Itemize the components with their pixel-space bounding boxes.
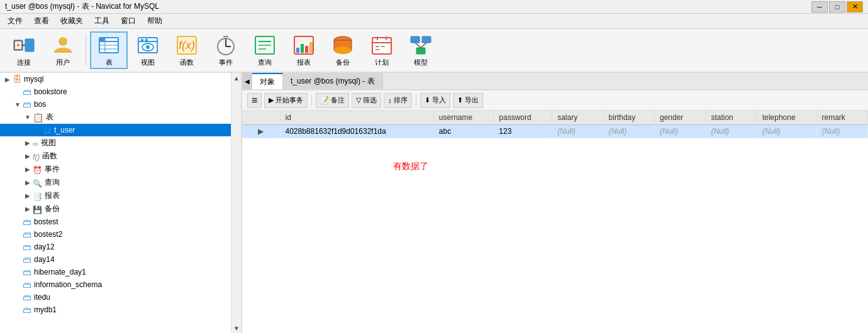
col-station[interactable]: station (706, 111, 757, 125)
obj-btn-export[interactable]: ⬆导出 (453, 93, 483, 108)
scroll-down-icon[interactable]: ▼ (231, 323, 242, 333)
toolbar-model-label: 模型 (414, 58, 428, 67)
begin-transaction-icon: ▶ (269, 96, 274, 104)
sidebar-item-mysql[interactable]: ▶🗄mysql (0, 73, 231, 85)
sidebar-item-bos[interactable]: ▼🗃bos (0, 98, 231, 111)
col-birthday[interactable]: birthday (603, 111, 654, 125)
expand-icon-information_schema[interactable] (13, 280, 23, 290)
col-telephone[interactable]: telephone (757, 111, 816, 125)
svg-point-17 (146, 45, 150, 49)
menu-item-查看[interactable]: 查看 (29, 14, 54, 28)
tree-icon-information_schema: 🗃 (23, 280, 31, 290)
col-password[interactable]: password (494, 111, 552, 125)
main-layout: ▶🗄mysql 🗃bookstore▼🗃bos▼📋表 🗂t_user▶∞视图▶f… (0, 73, 868, 333)
toolbar-function[interactable]: f(x)函数 (168, 31, 206, 69)
expand-icon-mydb1[interactable] (13, 305, 23, 315)
toolbar-view[interactable]: 视图 (129, 31, 167, 69)
obj-btn-menu[interactable]: ≡ (247, 93, 262, 108)
toolbar-query[interactable]: 查询 (246, 31, 284, 69)
sidebar-item-bos-backups[interactable]: ▶💾备份 (0, 202, 231, 216)
svg-point-5 (58, 37, 67, 46)
export-icon: ⬆ (457, 96, 463, 104)
sidebar-item-bos-events[interactable]: ▶⏰事件 (0, 163, 231, 176)
sidebar-item-information_schema[interactable]: 🗃information_schema (0, 278, 231, 291)
tree-icon-bos-queries: 🔍 (33, 178, 42, 188)
menu-item-工具[interactable]: 工具 (89, 14, 114, 28)
sidebar-item-day12[interactable]: 🗃day12 (0, 241, 231, 253)
tree-label-bos-views: 视图 (41, 138, 56, 148)
close-button[interactable]: ✕ (847, 1, 863, 13)
toolbar-event[interactable]: 事件 (207, 31, 245, 69)
obj-btn-sort[interactable]: ↕排序 (384, 93, 412, 108)
sidebar-scrollbar[interactable]: ▲ ▼ (231, 73, 241, 333)
cell-id-0: 4028b881632f1d9d01632f1da (280, 125, 433, 138)
toolbar-report[interactable]: 报表 (285, 31, 323, 69)
expand-icon-hibernate_day1[interactable] (13, 267, 23, 277)
sidebar-item-bos-reports[interactable]: ▶📑报表 (0, 189, 231, 202)
col-gender[interactable]: gender (655, 111, 706, 125)
sidebar-item-bos-views[interactable]: ▶∞视图 (0, 136, 231, 150)
tab-scroll-left[interactable]: ◀ (242, 73, 252, 90)
toolbar-backup[interactable]: 备份 (324, 31, 362, 69)
col-salary[interactable]: salary (552, 111, 603, 125)
sidebar-item-bostest2[interactable]: 🗃bostest2 (0, 228, 231, 241)
sidebar-item-mydb1[interactable]: 🗃mydb1 (0, 303, 231, 316)
sidebar-item-t_user[interactable]: 🗂t_user (0, 124, 231, 136)
expand-icon-bos-queries[interactable]: ▶ (23, 178, 33, 188)
expand-icon-mysql[interactable]: ▶ (3, 74, 13, 84)
minimize-button[interactable]: ─ (811, 1, 828, 13)
toolbar-schedule[interactable]: 计划 (363, 31, 401, 69)
col-id[interactable]: id (280, 111, 433, 125)
obj-btn-filter[interactable]: ▽筛选 (352, 93, 381, 108)
toolbar-model[interactable]: 模型 (402, 31, 440, 69)
tab-table-view[interactable]: t_user @bos (mysql) - 表 (283, 73, 383, 89)
expand-icon-day14[interactable] (13, 254, 23, 265)
table-row[interactable]: ▶4028b881632f1d9d01632f1daabc123(Null)(N… (242, 125, 868, 138)
expand-icon-day12[interactable] (13, 242, 23, 252)
expand-icon-bos-reports[interactable]: ▶ (23, 191, 33, 201)
sidebar-item-bos-tables[interactable]: ▼📋表 (0, 111, 231, 124)
svg-line-46 (415, 43, 421, 48)
tree-label-bos-reports: 报表 (45, 190, 60, 201)
sidebar-item-bostest[interactable]: 🗃bostest (0, 216, 231, 228)
expand-icon-itedu[interactable] (13, 292, 23, 302)
watermark-text: 有数据了 (393, 161, 428, 172)
sidebar-item-hibernate_day1[interactable]: 🗃hibernate_day1 (0, 266, 231, 278)
expand-icon-t_user[interactable] (33, 125, 43, 135)
expand-icon-bostest2[interactable] (13, 229, 23, 239)
obj-btn-import[interactable]: ⬇导入 (420, 93, 450, 108)
sidebar-item-bos-queries[interactable]: ▶🔍查询 (0, 176, 231, 189)
expand-icon-bos-events[interactable]: ▶ (23, 165, 33, 175)
expand-icon-bookstore[interactable] (13, 87, 23, 97)
expand-icon-bos-functions[interactable]: ▶ (23, 151, 33, 161)
tree-icon-day14: 🗃 (23, 254, 31, 265)
tab-objects[interactable]: 对象 (252, 73, 283, 89)
menu-bar: 文件查看收藏夹工具窗口帮助 (0, 14, 868, 29)
obj-btn-note[interactable]: 📝备注 (316, 93, 349, 108)
col-username[interactable]: username (433, 111, 494, 125)
menu-item-收藏夹[interactable]: 收藏夹 (55, 14, 88, 28)
menu-item-文件[interactable]: 文件 (3, 14, 28, 28)
toolbar-table[interactable]: 表 (90, 31, 128, 69)
expand-icon-bostest[interactable] (13, 217, 23, 227)
sidebar-item-bos-functions[interactable]: ▶f()函数 (0, 150, 231, 163)
schedule-icon (370, 34, 393, 57)
expand-icon-bos-backups[interactable]: ▶ (23, 204, 33, 214)
scroll-up-icon[interactable]: ▲ (231, 73, 242, 83)
expand-icon-bos-views[interactable]: ▶ (23, 138, 33, 148)
connect-icon (13, 34, 35, 57)
menu-item-窗口[interactable]: 窗口 (116, 14, 141, 28)
obj-separator-2 (311, 94, 312, 107)
toolbar-connect[interactable]: 连接 (5, 31, 43, 69)
sidebar-item-itedu[interactable]: 🗃itedu (0, 291, 231, 303)
sidebar-item-day14[interactable]: 🗃day14 (0, 253, 231, 266)
sidebar-item-bookstore[interactable]: 🗃bookstore (0, 85, 231, 98)
maximize-button[interactable]: □ (829, 1, 845, 13)
obj-btn-begin-transaction[interactable]: ▶开始事务 (264, 93, 308, 108)
toolbar-user[interactable]: 用户 (44, 31, 82, 69)
menu-item-帮助[interactable]: 帮助 (142, 14, 167, 28)
svg-rect-45 (416, 48, 425, 54)
expand-icon-bos-tables[interactable]: ▼ (23, 112, 33, 123)
expand-icon-bos[interactable]: ▼ (13, 99, 23, 109)
col-remark[interactable]: remark (816, 111, 868, 125)
